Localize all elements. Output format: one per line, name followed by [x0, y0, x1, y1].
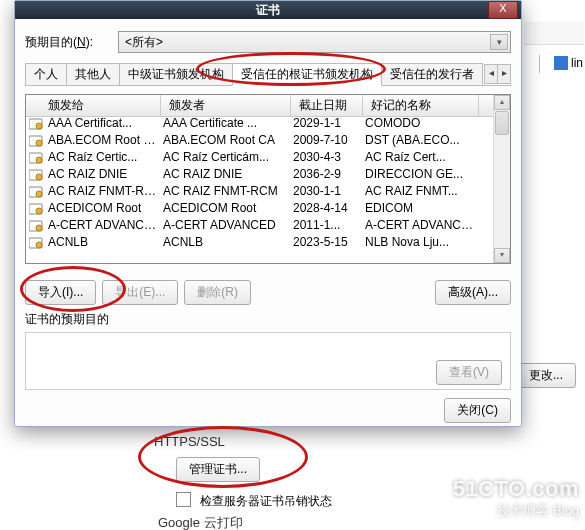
change-button[interactable]: 更改...: [516, 363, 576, 388]
cell-friendly: COMODO: [363, 115, 479, 132]
table-row[interactable]: ABA.ECOM Root CAABA.ECOM Root CA2009-7-1…: [26, 132, 494, 149]
svg-point-7: [36, 174, 42, 180]
cert-purpose-panel: 查看(V): [25, 332, 511, 390]
svg-point-15: [36, 242, 42, 248]
table-row[interactable]: AC RAIZ DNIEAC RAIZ DNIE2036-2-9DIRECCIO…: [26, 166, 494, 183]
browser-tab[interactable]: lin: [554, 56, 583, 70]
cert-purpose-section-label: 证书的预期目的: [25, 311, 511, 328]
intended-purpose-value: <所有>: [125, 34, 490, 51]
vertical-scrollbar[interactable]: ▴ ▾: [493, 95, 510, 263]
cell-issued-to: A-CERT ADVANCED: [46, 217, 161, 234]
manage-certs-button[interactable]: 管理证书...: [176, 457, 260, 482]
chevron-down-icon[interactable]: ▾: [490, 34, 508, 50]
tab-intermediate-ca[interactable]: 中级证书颁发机构: [119, 63, 233, 85]
col-issuer[interactable]: 颁发者: [161, 95, 291, 116]
cell-issued-to: ACNLB: [46, 234, 161, 251]
cell-friendly: EDICOM: [363, 200, 479, 217]
tab-scroll-left-icon[interactable]: ◂: [484, 64, 498, 84]
cell-expires: 2036-2-9: [291, 166, 363, 183]
table-row[interactable]: AC Raíz Certic...AC Raíz Certicám...2030…: [26, 149, 494, 166]
dialog-title: 证书: [256, 2, 280, 19]
table-row[interactable]: ACEDICOM RootACEDICOM Root2028-4-14EDICO…: [26, 200, 494, 217]
google-cloud-print-heading: Google 云打印: [158, 514, 243, 530]
certificate-icon: [26, 183, 46, 200]
intended-purpose-label: 预期目的(N):: [25, 34, 93, 51]
cert-store-tabs: 个人 其他人 中级证书颁发机构 受信任的根证书颁发机构 受信任的发行者 ◂ ▸: [25, 63, 511, 86]
cell-issuer: A-CERT ADVANCED: [161, 217, 291, 234]
table-row[interactable]: A-CERT ADVANCEDA-CERT ADVANCED2011-1...A…: [26, 217, 494, 234]
remove-button[interactable]: 删除(R): [184, 280, 251, 305]
revocation-label: 检查服务器证书吊销状态: [200, 494, 332, 508]
close-button[interactable]: 关闭(C): [444, 398, 511, 423]
svg-point-1: [36, 123, 42, 129]
cell-friendly: A-CERT ADVANCED: [363, 217, 479, 234]
cell-friendly: DIRECCION GE...: [363, 166, 479, 183]
cell-issuer: AC Raíz Certicám...: [161, 149, 291, 166]
cell-issued-to: AC RAIZ DNIE: [46, 166, 161, 183]
view-button[interactable]: 查看(V): [436, 360, 502, 385]
cell-issuer: AC RAIZ FNMT-RCM: [161, 183, 291, 200]
cell-expires: 2030-1-1: [291, 183, 363, 200]
cell-friendly: AC RAIZ FNMT...: [363, 183, 479, 200]
scroll-up-icon[interactable]: ▴: [494, 95, 510, 110]
intended-purpose-combobox[interactable]: <所有> ▾: [118, 31, 511, 53]
svg-point-9: [36, 191, 42, 197]
cell-issued-to: AC Raíz Certic...: [46, 149, 161, 166]
favicon-icon: [554, 56, 568, 70]
table-row[interactable]: ACNLBACNLB2023-5-15NLB Nova Lju...: [26, 234, 494, 251]
cell-expires: 2029-1-1: [291, 115, 363, 132]
certificate-icon: [26, 217, 46, 234]
revocation-checkbox[interactable]: [176, 492, 191, 507]
col-friendly[interactable]: 好记的名称: [363, 95, 479, 116]
scrollbar-thumb[interactable]: [495, 111, 509, 135]
https-ssl-heading: HTTPS/SSL: [154, 434, 430, 449]
tab-trusted-root-ca[interactable]: 受信任的根证书颁发机构: [232, 63, 382, 86]
svg-point-13: [36, 225, 42, 231]
dialog-titlebar[interactable]: 证书 X: [15, 1, 521, 19]
cell-friendly: AC Raíz Cert...: [363, 149, 479, 166]
list-header[interactable]: 颁发给 颁发者 截止日期 好记的名称: [26, 95, 510, 117]
tab-other-people[interactable]: 其他人: [66, 63, 120, 85]
browser-strip: [524, 22, 584, 45]
tab-personal[interactable]: 个人: [25, 63, 67, 85]
cell-issuer: ABA.ECOM Root CA: [161, 132, 291, 149]
cell-friendly: DST (ABA.ECO...: [363, 132, 479, 149]
tab-separator: [539, 55, 540, 73]
table-row[interactable]: AAA Certificat...AAA Certificate ...2029…: [26, 115, 494, 132]
table-row[interactable]: AC RAIZ FNMT-RCMAC RAIZ FNMT-RCM2030-1-1…: [26, 183, 494, 200]
cell-issued-to: ABA.ECOM Root CA: [46, 132, 161, 149]
cell-issuer: ACNLB: [161, 234, 291, 251]
cell-issued-to: AAA Certificat...: [46, 115, 161, 132]
advanced-button[interactable]: 高级(A)...: [435, 280, 511, 305]
cell-expires: 2011-1...: [291, 217, 363, 234]
tab-trusted-publishers[interactable]: 受信任的发行者: [381, 63, 483, 85]
list-rows: AAA Certificat...AAA Certificate ...2029…: [26, 115, 494, 263]
svg-point-3: [36, 140, 42, 146]
https-ssl-section: HTTPS/SSL 管理证书... 检查服务器证书吊销状态: [150, 430, 430, 510]
certificates-dialog: 证书 X 预期目的(N): <所有> ▾ 个人 其他人 中级证书颁发机构 受信任…: [14, 0, 522, 427]
svg-point-5: [36, 157, 42, 163]
certificate-icon: [26, 115, 46, 132]
col-issued-to[interactable]: 颁发给: [26, 95, 161, 116]
scroll-down-icon[interactable]: ▾: [494, 248, 510, 263]
cell-issuer: AC RAIZ DNIE: [161, 166, 291, 183]
watermark: 51CTO.com 技术博客 Blog: [453, 476, 579, 520]
certificate-icon: [26, 132, 46, 149]
certificate-icon: [26, 149, 46, 166]
certificate-icon: [26, 200, 46, 217]
browser-tab-label: lin: [571, 56, 583, 70]
certificate-icon: [26, 166, 46, 183]
cell-expires: 2028-4-14: [291, 200, 363, 217]
certificate-list: 颁发给 颁发者 截止日期 好记的名称 AAA Certificat...AAA …: [25, 94, 511, 264]
page-background: lin 更改... HTTPS/SSL 管理证书... 检查服务器证书吊销状态 …: [0, 0, 585, 530]
close-icon[interactable]: X: [488, 1, 518, 19]
cell-expires: 2030-4-3: [291, 149, 363, 166]
col-expires[interactable]: 截止日期: [291, 95, 363, 116]
certificate-icon: [26, 234, 46, 251]
cell-issuer: AAA Certificate ...: [161, 115, 291, 132]
tab-scroll-right-icon[interactable]: ▸: [497, 64, 511, 84]
cell-issued-to: AC RAIZ FNMT-RCM: [46, 183, 161, 200]
cell-issued-to: ACEDICOM Root: [46, 200, 161, 217]
export-button[interactable]: 导出(E)...: [102, 280, 178, 305]
import-button[interactable]: 导入(I)...: [25, 280, 96, 305]
